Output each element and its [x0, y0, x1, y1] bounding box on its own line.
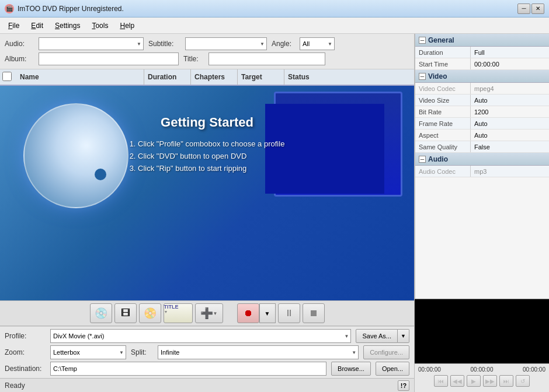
audio-section-title: Audio — [428, 155, 448, 163]
album-input[interactable] — [39, 52, 179, 65]
prop-bit-rate: Bit Rate 1200 — [415, 106, 549, 118]
subtitle-label: Subtitle: — [148, 40, 180, 48]
album-label: Album: — [5, 55, 34, 63]
menu-tools[interactable]: Tools — [86, 19, 114, 32]
record-dropdown[interactable]: ▼ — [259, 303, 276, 323]
angle-select[interactable]: All — [300, 37, 335, 50]
film-icon: 🎞 — [121, 308, 130, 318]
menu-settings[interactable]: Settings — [49, 19, 86, 32]
general-section-header: ─ General — [415, 34, 549, 47]
save-as-group: Save As... ▼ — [356, 329, 409, 343]
col-status: Status — [284, 69, 412, 85]
select-all-checkbox[interactable] — [2, 72, 12, 81]
profile-select[interactable]: DivX Movie (*.avi) — [50, 329, 351, 343]
add-icon: ➕ — [200, 307, 213, 320]
audio-collapse[interactable]: ─ — [419, 156, 426, 163]
record-icon: ⏺ — [244, 308, 253, 318]
angle-label: Angle: — [272, 40, 295, 48]
preview-area: 00:00:00 00:00:00 00:00:00 ⏮ ◀◀ ▶ ▶▶ ⏭ ↺ — [415, 299, 549, 392]
split-select[interactable]: Infinite — [158, 345, 359, 359]
close-button[interactable]: ✕ — [531, 4, 544, 14]
open-button[interactable]: Open... — [376, 362, 409, 376]
disc2-icon: 📀 — [144, 307, 157, 320]
prop-frame-rate: Frame Rate Auto — [415, 118, 549, 130]
bottom-bar: Profile: DivX Movie (*.avi) ▼ Save As...… — [0, 326, 414, 378]
preview-controls: 00:00:00 00:00:00 00:00:00 ⏮ ◀◀ ▶ ▶▶ ⏭ ↺ — [415, 363, 549, 392]
status-bar: Ready !? — [0, 378, 414, 392]
forward-button[interactable]: ▶▶ — [483, 375, 497, 387]
time-display: 00:00:00 00:00:00 00:00:00 — [417, 366, 547, 373]
prop-video-codec: Video Codec mpeg4 — [415, 83, 549, 94]
split-label: Split: — [131, 348, 153, 356]
audio-section-header: ─ Audio — [415, 153, 549, 166]
playback-buttons: ⏮ ◀◀ ▶ ▶▶ ⏭ ↺ — [417, 375, 547, 387]
status-text: Ready — [5, 382, 25, 390]
record-group: ⏺ ▼ — [237, 303, 276, 323]
minimize-button[interactable]: ─ — [517, 4, 530, 14]
zoom-select[interactable]: Letterbox — [50, 345, 126, 359]
prop-video-size: Video Size Auto — [415, 94, 549, 106]
back-button[interactable]: ◀◀ — [450, 375, 464, 387]
window-controls: ─ ✕ — [517, 4, 544, 14]
instruction-3: 3. Click "Rip" button to start ripping — [130, 164, 285, 173]
stop-button[interactable]: ⏹ — [303, 303, 325, 323]
dvd-icon: 💿 — [95, 307, 107, 320]
stop-icon: ⏹ — [309, 308, 318, 318]
top-controls: Audio: ▼ Subtitle: ▼ Angle: — [0, 34, 414, 69]
menu-file[interactable]: File — [2, 19, 25, 32]
save-as-dropdown[interactable]: ▼ — [398, 329, 409, 343]
monitor-decoration — [274, 92, 402, 197]
add-button[interactable]: ➕ ▼ — [195, 303, 223, 323]
menu-bar: File Edit Settings Tools Help — [0, 18, 549, 34]
pause-icon: ⏸ — [284, 308, 294, 318]
general-collapse[interactable]: ─ — [419, 37, 426, 44]
table-header: Name Duration Chapters Target Status — [0, 69, 414, 86]
toolbar: 💿 🎞 📀 TITLE ▼ ➕ ▼ ⏺ ▼ — [0, 300, 414, 326]
app-icon: 🎬 — [5, 4, 14, 13]
save-as-button[interactable]: Save As... — [356, 329, 398, 343]
menu-edit[interactable]: Edit — [25, 19, 49, 32]
video-collapse[interactable]: ─ — [419, 73, 426, 80]
right-panel: ─ General Duration Full Start Time 00:00… — [415, 34, 549, 392]
pause-button[interactable]: ⏸ — [278, 303, 300, 323]
prop-audio-codec: Audio Codec mp3 — [415, 166, 549, 177]
menu-help[interactable]: Help — [114, 19, 140, 32]
disc2-button[interactable]: 📀 — [139, 303, 161, 323]
audio-select[interactable] — [39, 37, 144, 50]
help-button[interactable]: !? — [398, 380, 409, 391]
video-section-header: ─ Video — [415, 70, 549, 83]
getting-started-container: Getting Started 1. Click "Profile" combo… — [130, 115, 285, 176]
play-button[interactable]: ▶ — [467, 375, 481, 387]
prev-button[interactable]: ⏮ — [434, 375, 448, 387]
subtitle-select[interactable] — [185, 37, 267, 50]
destination-input[interactable] — [50, 362, 326, 376]
film-button[interactable]: 🎞 — [114, 303, 137, 323]
title-input[interactable] — [209, 52, 325, 65]
dvd-disc-decoration — [23, 103, 128, 208]
general-section-title: General — [428, 36, 454, 44]
browse-button[interactable]: Browse... — [331, 362, 371, 376]
app-title: ImTOO DVD Ripper Unregistered. — [18, 5, 124, 13]
col-chapters: Chapters — [191, 69, 238, 85]
prop-start-time: Start Time 00:00:00 — [415, 58, 549, 70]
col-name: Name — [16, 69, 144, 85]
configure-button[interactable]: Configure... — [363, 345, 409, 359]
record-button[interactable]: ⏺ — [237, 303, 259, 323]
getting-started-title: Getting Started — [130, 115, 285, 130]
prop-aspect: Aspect Auto — [415, 130, 549, 141]
loop-button[interactable]: ↺ — [516, 375, 530, 387]
title-label: Title: — [183, 55, 204, 63]
content-area: Getting Started 1. Click "Profile" combo… — [0, 86, 414, 300]
time-current: 00:00:00 — [418, 366, 441, 373]
destination-label: Destination: — [5, 365, 46, 373]
title-bar: 🎬 ImTOO DVD Ripper Unregistered. ─ ✕ — [0, 0, 549, 18]
preview-screen — [415, 299, 549, 363]
time-mid: 00:00:00 — [471, 366, 494, 373]
col-target: Target — [238, 69, 284, 85]
time-end: 00:00:00 — [523, 366, 545, 373]
dvd-button[interactable]: 💿 — [90, 303, 112, 323]
prop-same-quality: Same Quality False — [415, 141, 549, 153]
title-button[interactable]: TITLE ▼ — [164, 303, 193, 323]
end-button[interactable]: ⏭ — [499, 375, 513, 387]
instruction-1: 1. Click "Profile" combobox to choose a … — [130, 139, 285, 148]
